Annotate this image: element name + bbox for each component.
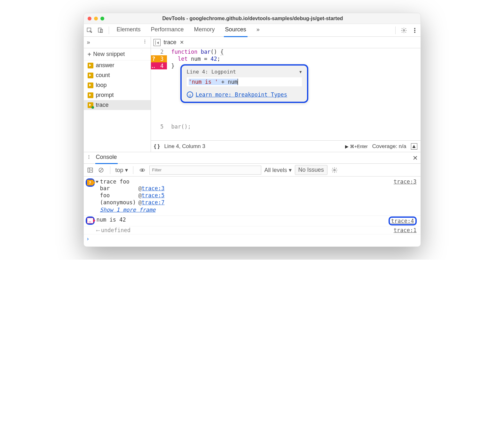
console-sidebar-toggle-icon[interactable] [86, 166, 94, 174]
console-output: ? trace foo bar@ trace:3 foo@ trace:5 (a… [84, 176, 421, 247]
inspect-element-icon[interactable] [85, 26, 94, 35]
svg-point-18 [141, 169, 143, 170]
kebab-menu-icon[interactable] [410, 26, 419, 35]
console-settings-icon[interactable] [331, 166, 338, 174]
breakpoint-line-label: Line 4: [187, 69, 208, 75]
stack-trace: bar@ trace:3 foo@ trace:5 (anonymous)@ t… [100, 185, 394, 206]
pretty-print-icon[interactable]: { } [154, 143, 160, 150]
console-entry-logpoint: ‥ num is 42 trace:4 [84, 216, 421, 226]
svg-point-4 [414, 28, 415, 29]
svg-point-5 [414, 30, 415, 31]
snippet-item-prompt[interactable]: prompt [84, 90, 151, 100]
tab-memory[interactable]: Memory [193, 24, 216, 37]
issues-button[interactable]: No Issues [295, 165, 327, 175]
svg-point-3 [403, 29, 405, 31]
console-drawer: Console ✕ top ▾ All levels ▾ No Issues [84, 152, 421, 247]
run-snippet-button[interactable]: ▶ ⌘+Enter [345, 144, 368, 149]
close-drawer-icon[interactable]: ✕ [413, 154, 418, 162]
snippet-item-loop[interactable]: loop [84, 80, 151, 90]
editor-tab-trace[interactable]: trace ✕ [164, 39, 184, 46]
console-message: trace foo [100, 178, 394, 185]
titlebar: DevTools - googlechrome.github.io/devtoo… [84, 13, 421, 24]
traffic-lights [88, 17, 104, 20]
learn-more-link[interactable]: → Learn more: Breakpoint Types [187, 91, 302, 98]
console-toolbar: top ▾ All levels ▾ No Issues [84, 164, 421, 176]
svg-rect-2 [100, 29, 103, 32]
prompt-chevron-icon: › [86, 236, 90, 242]
coverage-label: Coverage: n/a [372, 143, 406, 150]
snippet-file-icon [88, 92, 93, 98]
stack-link[interactable]: trace:5 [142, 192, 165, 199]
logpoint-expression-input[interactable]: 'num is ' + num [187, 77, 302, 86]
stack-link[interactable]: trace:3 [142, 185, 165, 192]
modified-dot-icon [91, 106, 94, 109]
return-arrow-icon: ⟵ [97, 227, 100, 233]
snippet-label: answer [96, 62, 114, 69]
source-link[interactable]: trace:1 [394, 227, 417, 233]
close-tab-icon[interactable]: ✕ [180, 39, 184, 45]
source-link[interactable]: trace:3 [394, 178, 417, 185]
settings-icon[interactable] [399, 26, 408, 35]
arrow-circle-icon: → [187, 91, 193, 98]
stack-link[interactable]: trace:7 [142, 199, 165, 206]
console-entry-trace: ? trace foo bar@ trace:3 foo@ trace:5 (a… [84, 178, 421, 216]
console-tab[interactable]: Console [95, 152, 118, 164]
tabs-overflow[interactable]: » [255, 24, 261, 37]
svg-point-7 [144, 40, 145, 40]
sidebar-tabs-overflow[interactable]: » [87, 39, 90, 46]
breakpoint-edit-popup: Line 4: Logpoint ▼ 'num is ' + num → Lea… [180, 64, 308, 103]
svg-point-19 [334, 169, 335, 171]
expand-toggle-icon[interactable] [95, 181, 98, 183]
svg-point-8 [144, 41, 145, 42]
breakpoint-type-select[interactable]: Logpoint [211, 69, 236, 75]
console-message: num is 42 [97, 216, 126, 223]
context-select[interactable]: top ▾ [115, 167, 128, 174]
editor-column: trace ✕ 2 3 4 5 function bar() { let num… [151, 37, 421, 152]
tab-elements[interactable]: Elements [115, 24, 142, 37]
show-more-frames-link[interactable]: Show 1 more frame [100, 206, 394, 215]
tab-sources[interactable]: Sources [224, 24, 248, 37]
snippet-file-icon [88, 73, 93, 78]
cursor-position: Line 4, Column 3 [164, 143, 205, 150]
toggle-navigator-icon[interactable] [154, 39, 161, 46]
console-prompt[interactable]: › [84, 234, 421, 243]
dropdown-arrow-icon[interactable]: ▼ [299, 70, 302, 74]
close-window-button[interactable] [88, 17, 91, 20]
collapse-bottom-icon[interactable]: ▲ [411, 143, 417, 150]
svg-point-6 [414, 32, 415, 33]
zoom-window-button[interactable] [100, 17, 104, 20]
svg-point-9 [144, 43, 145, 43]
snippet-file-icon [88, 102, 93, 108]
new-snippet-button[interactable]: + New snippet [84, 48, 151, 60]
svg-line-16 [99, 169, 102, 171]
trace-badge-icon: ? [86, 178, 95, 187]
line-gutter[interactable]: 2 3 4 5 [151, 48, 167, 140]
plus-icon: + [88, 52, 91, 57]
clear-console-icon[interactable] [97, 166, 105, 174]
window-title: DevTools - googlechrome.github.io/devtoo… [104, 16, 401, 21]
device-toggle-icon[interactable] [96, 26, 105, 35]
logpoint-marker[interactable]: 4 [151, 62, 167, 69]
minimize-window-button[interactable] [94, 17, 98, 20]
snippets-sidebar: » + New snippet answer count [84, 37, 151, 152]
conditional-breakpoint-marker[interactable]: 3 [151, 55, 167, 62]
live-expression-icon[interactable] [138, 166, 146, 174]
sidebar-menu-icon[interactable] [142, 39, 147, 46]
snippet-label: trace [96, 102, 109, 108]
log-levels-select[interactable]: All levels ▾ [264, 167, 292, 174]
console-entry-return: ⟵undefined trace:1 [84, 226, 421, 234]
console-filter-input[interactable] [149, 166, 261, 175]
tab-performance[interactable]: Performance [150, 24, 185, 37]
snippet-file-icon [88, 82, 93, 88]
code-editor[interactable]: 2 3 4 5 function bar() { let num = 42; }… [151, 48, 421, 140]
snippet-item-count[interactable]: count [84, 70, 151, 80]
console-message: undefined [101, 227, 130, 233]
snippet-label: prompt [96, 92, 114, 98]
editor-tab-label: trace [164, 39, 177, 46]
svg-rect-1 [98, 28, 101, 32]
main-toolbar: Elements Performance Memory Sources » [84, 24, 421, 37]
source-link[interactable]: trace:4 [389, 216, 417, 225]
snippet-item-answer[interactable]: answer [84, 60, 151, 70]
snippet-item-trace[interactable]: trace [84, 100, 151, 110]
drawer-menu-icon[interactable] [86, 154, 91, 161]
